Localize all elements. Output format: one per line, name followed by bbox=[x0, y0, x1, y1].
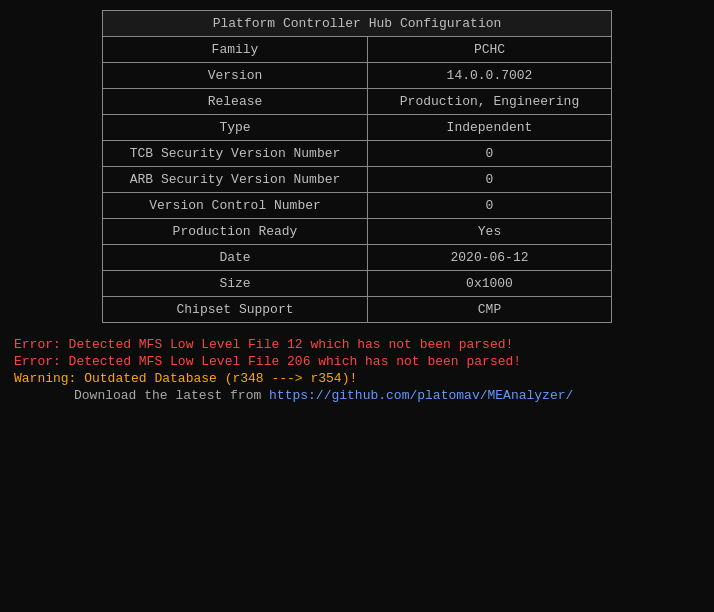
row-label: Chipset Support bbox=[103, 297, 368, 323]
error-label-2: Error: bbox=[14, 354, 69, 369]
download-label: Download bbox=[74, 388, 136, 403]
row-value: 0 bbox=[368, 167, 612, 193]
table-row: FamilyPCHC bbox=[103, 37, 612, 63]
table-row: Date2020-06-12 bbox=[103, 245, 612, 271]
warning-text: Outdated Database (r348 ---> r354)! bbox=[84, 371, 357, 386]
row-value: 2020-06-12 bbox=[368, 245, 612, 271]
row-value: 14.0.0.7002 bbox=[368, 63, 612, 89]
row-label: Version bbox=[103, 63, 368, 89]
row-label: TCB Security Version Number bbox=[103, 141, 368, 167]
row-label: Release bbox=[103, 89, 368, 115]
table-row: Version Control Number0 bbox=[103, 193, 612, 219]
warning-line: Warning: Outdated Database (r348 ---> r3… bbox=[14, 371, 700, 386]
row-value: 0x1000 bbox=[368, 271, 612, 297]
table-row: Size0x1000 bbox=[103, 271, 612, 297]
row-label: Type bbox=[103, 115, 368, 141]
table-caption: Platform Controller Hub Configuration bbox=[102, 10, 612, 36]
table-row: TCB Security Version Number0 bbox=[103, 141, 612, 167]
table-row: Version14.0.0.7002 bbox=[103, 63, 612, 89]
table-row: ReleaseProduction, Engineering bbox=[103, 89, 612, 115]
messages-container: Error: Detected MFS Low Level File 12 wh… bbox=[10, 337, 704, 403]
row-label: Size bbox=[103, 271, 368, 297]
row-value: Production, Engineering bbox=[368, 89, 612, 115]
row-label: Production Ready bbox=[103, 219, 368, 245]
row-value: 0 bbox=[368, 141, 612, 167]
row-value: Independent bbox=[368, 115, 612, 141]
row-label: Date bbox=[103, 245, 368, 271]
download-text: the latest from bbox=[136, 388, 269, 403]
table-row: Chipset SupportCMP bbox=[103, 297, 612, 323]
error-label-1: Error: bbox=[14, 337, 69, 352]
warning-label: Warning: bbox=[14, 371, 84, 386]
row-value: 0 bbox=[368, 193, 612, 219]
table-row: Production ReadyYes bbox=[103, 219, 612, 245]
row-label: Version Control Number bbox=[103, 193, 368, 219]
row-label: Family bbox=[103, 37, 368, 63]
download-url[interactable]: https://github.com/platomav/MEAnalyzer/ bbox=[269, 388, 573, 403]
row-value: PCHC bbox=[368, 37, 612, 63]
error-line-1: Error: Detected MFS Low Level File 12 wh… bbox=[14, 337, 700, 352]
row-value: CMP bbox=[368, 297, 612, 323]
download-line: Download the latest from https://github.… bbox=[14, 388, 700, 403]
table-row: ARB Security Version Number0 bbox=[103, 167, 612, 193]
error-text-2: Detected MFS Low Level File 206 which ha… bbox=[69, 354, 521, 369]
error-text-1: Detected MFS Low Level File 12 which has… bbox=[69, 337, 514, 352]
row-value: Yes bbox=[368, 219, 612, 245]
error-line-2: Error: Detected MFS Low Level File 206 w… bbox=[14, 354, 700, 369]
pch-config-table: Platform Controller Hub Configuration Fa… bbox=[102, 10, 612, 323]
table-row: TypeIndependent bbox=[103, 115, 612, 141]
row-label: ARB Security Version Number bbox=[103, 167, 368, 193]
table-container: Platform Controller Hub Configuration Fa… bbox=[10, 10, 704, 323]
